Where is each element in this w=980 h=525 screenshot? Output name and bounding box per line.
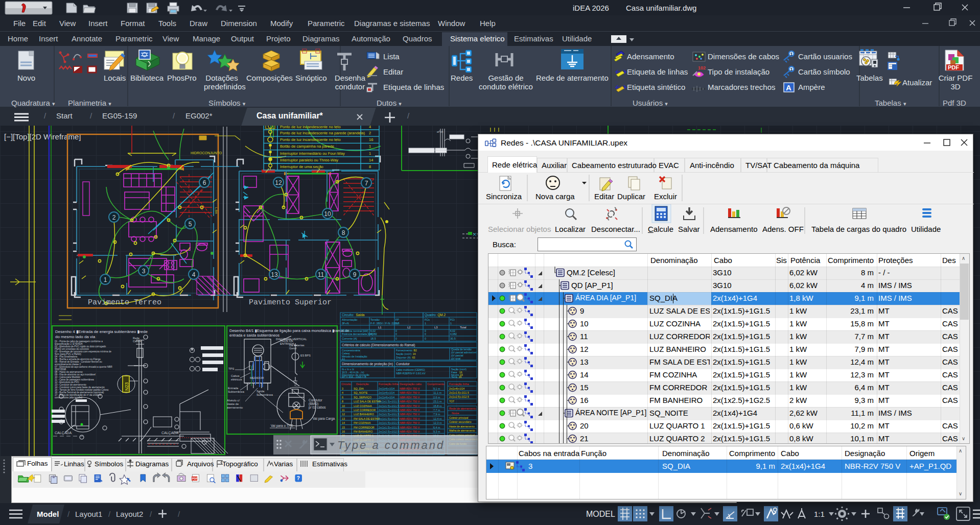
svg-text:Ponto de luz incandescente no: Ponto de luz incandescente no teto [280,126,341,129]
svg-text:/: / [150,510,152,518]
svg-text:6,4 m: 6,4 m [433,426,440,429]
svg-text:8: 8 [342,400,343,403]
svg-text:3F+N: 3F+N [342,322,349,325]
svg-text:Fornecimento: B2: Fornecimento: B2 [396,349,417,352]
svg-text:Interruptor intermediário ou F: Interruptor intermediário ou Four-Way [280,151,345,156]
svg-text:16: 16 [342,430,345,433]
svg-text:Terra 16: Terra 16 [451,375,462,378]
svg-text:23,1 m: 23,1 m [433,400,442,403]
svg-text:MEDIDOR: MEDIDOR [250,376,264,379]
svg-text:Descrição: Descrição [356,383,369,386]
svg-text:L.BA: L.BA [215,207,218,214]
svg-text:7,9 m: 7,9 m [433,413,440,416]
svg-text:Formação linha: Formação linha [379,383,399,386]
svg-text:Circuito: Saída: Circuito: Saída [342,313,365,317]
svg-text:SQ_SERVIÇO: SQ_SERVIÇO [354,396,371,399]
svg-text:8: 8 [342,229,345,236]
svg-text:ΔV total: ΔV total [451,357,460,360]
svg-text:2x(1x1.5)+1G1.5: 2x(1x1.5)+1G1.5 [379,400,399,403]
svg-text:iDEA 2026: iDEA 2026 [573,4,609,12]
svg-text:Saída: Saída [256,390,265,393]
svg-text:Ponto de luz incandescente no: Ponto de luz incandescente no teto [280,137,341,142]
svg-text:Desenho 4 ▮Entrada de energia: Desenho 4 ▮Entrada de energia subterrâne… [55,329,148,334]
svg-text:NBR-R2V 750 V: NBR-R2V 750 V [400,426,420,429]
svg-text:3: 3 [342,387,343,390]
svg-text:/: / [178,510,180,518]
svg-text:0: 0 [395,332,397,336]
svg-text:ES BPS: ES BPS [300,354,311,357]
svg-text:11: 11 [342,409,345,412]
svg-text:2x(1x1.5)+1G1.5: 2x(1x1.5)+1G1.5 [379,417,399,420]
svg-text:A1: A1 [342,357,345,361]
svg-text:Haste de: Haste de [227,402,239,405]
svg-text:Quadro: QM.2: Quadro: QM.2 [425,313,446,317]
svg-text:entrada e saída subterrâneos: entrada e saída subterrâneos [229,333,279,338]
svg-text:Comprimento: Comprimento [427,383,445,386]
svg-text:15: 15 [342,426,345,429]
svg-text:Condutor: Condutor [309,398,323,402]
svg-text:Pavimento Superior: Pavimento Superior [249,298,332,307]
svg-text:/: / [67,510,70,518]
svg-text:2x(1x2.5)+1G2.5: 2x(1x2.5)+1G2.5 [379,430,399,433]
svg-text:Vai para Carga: Vai para Carga [313,417,335,421]
svg-text:1: 1 [425,322,426,325]
svg-text:HIDROCONJUNTO: HIDROCONJUNTO [191,151,222,155]
svg-text:Interruptor paralelo ou Three-: Interruptor paralelo ou Three-Way [280,158,338,162]
svg-text:1:1: 1:1 [814,510,825,518]
svg-text:Haste de aterramento: Haste de aterramento [449,425,475,428]
svg-text:Layout2: Layout2 [116,510,143,518]
svg-text:TOT: TOT [449,400,455,403]
svg-text:L3: L3 [434,326,438,329]
svg-text:2,6 m: 2,6 m [433,396,440,399]
svg-text:2: 2 [112,214,116,221]
svg-text:Cabos: Cabos [133,340,141,343]
svg-text:CALÇADA: CALÇADA [55,431,72,435]
svg-text:CALÇADA: CALÇADA [161,431,178,435]
svg-text:Casa unifamiliar.dwg: Casa unifamiliar.dwg [626,4,696,12]
svg-text:Model: Model [37,510,59,518]
svg-text:Método de Instalação: Método de Instalação [342,355,367,358]
svg-text:10: 10 [342,404,345,408]
svg-text:NBR-R2V 750 V: NBR-R2V 750 V [400,396,420,399]
svg-text:4,082: 4,082 [370,332,377,336]
svg-text:2x(1x1.5)+1G1.5: 2x(1x1.5)+1G1.5 [379,409,399,412]
svg-text:N23: N23 [124,382,129,391]
svg-text:Circuito: Circuito [341,383,351,386]
svg-text:NBR-R2V 750 V: NBR-R2V 750 V [400,400,420,403]
svg-text:Subterrânea: Subterrânea [228,390,245,393]
svg-text:Cabo multicore (CEMIG): Cabo multicore (CEMIG) [396,368,425,371]
svg-text:2x(1x1.5)+1G1.5: 2x(1x1.5)+1G1.5 [449,391,469,394]
svg-text:aterramento: aterramento [227,406,243,409]
svg-text:LUZ CORREDOR: LUZ CORREDOR [354,409,376,412]
svg-text:Type a command: Type a command [337,439,445,451]
svg-text:2: 2 [369,131,371,135]
svg-text:13: 13 [271,271,278,278]
svg-text:12,3 m: 12,3 m [433,421,442,424]
svg-text:L2: L2 [407,326,411,329]
svg-text:4,082: 4,082 [450,332,457,336]
svg-text:4: 4 [192,271,196,278]
svg-text:Critérios de cálculo (Dimensio: Critérios de cálculo (Dimensionamento do… [342,343,415,347]
svg-text:Botão de campainha na parede: Botão de campainha na parede [280,144,334,149]
svg-text:10: 10 [324,210,331,218]
svg-text:NBR-R2V 750 V: NBR-R2V 750 V [400,413,420,416]
svg-text:FM COZINHA: FM COZINHA [354,421,371,424]
svg-text:2x(1x1.5)+1G1.5: 2x(1x1.5)+1G1.5 [379,421,399,424]
svg-text:15,8 m: 15,8 m [433,404,442,408]
svg-text:Coletor principal: Coletor principal [449,416,468,419]
svg-text:7,7 m: 7,7 m [433,409,440,412]
svg-text:1: 1 [369,144,371,149]
svg-text:Total: Total [460,326,466,329]
svg-text:etºch: etºch [437,130,443,133]
svg-text:Condutor: Condutor [396,362,410,366]
svg-text:2x(1x4)+1G4: 2x(1x4)+1G4 [379,387,394,390]
svg-text:18,5: 18,5 [370,337,376,340]
svg-text:7: 7 [365,180,368,187]
svg-text:SQ_NOITE: SQ_NOITE [354,391,368,394]
svg-text:FCs: FCs [425,318,430,321]
svg-text:14: 14 [369,158,373,162]
svg-text:14: 14 [342,421,345,424]
svg-text:2x(1x4)+1G4: 2x(1x4)+1G4 [379,391,394,394]
svg-text:Alvéolo c/: Alvéolo c/ [227,399,240,402]
svg-text:Subterrânea: Subterrânea [256,393,273,396]
